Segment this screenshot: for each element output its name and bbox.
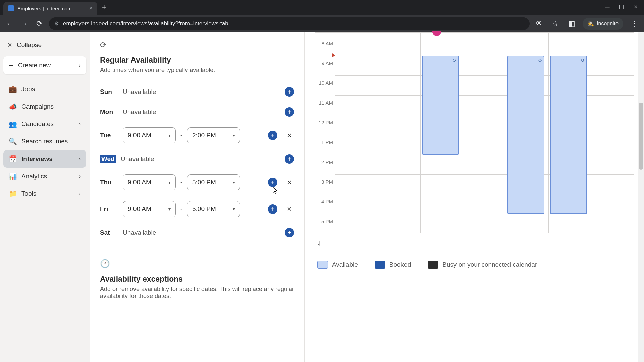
scroll-down-icon[interactable]: ↓ xyxy=(317,238,634,247)
sidebar-item-label: Tools xyxy=(21,190,36,197)
add-time-button[interactable]: + xyxy=(268,131,277,140)
add-time-button[interactable]: + xyxy=(285,87,294,97)
start-time-select[interactable]: 9:00 AM▾ xyxy=(123,201,176,217)
incognito-badge[interactable]: 🕵 Incognito xyxy=(583,18,623,30)
vertical-scrollbar[interactable] xyxy=(638,32,644,362)
day-row-thu: Thu9:00 AM▾-5:00 PM▾+× xyxy=(100,169,294,196)
end-time-value: 5:00 PM xyxy=(192,179,216,186)
calendar-day-column[interactable] xyxy=(591,33,634,233)
sidebar-item-jobs[interactable]: 💼 Jobs xyxy=(3,80,86,98)
forward-button[interactable]: → xyxy=(19,19,30,28)
calendar-day-column[interactable] xyxy=(463,33,505,233)
sidebar-item-candidates[interactable]: 👥 Candidates › xyxy=(3,115,86,133)
calendar-grid[interactable]: 8 AM9 AM10 AM11 AM12 PM1 PM2 PM3 PM4 PM5… xyxy=(315,32,634,233)
swatch-available xyxy=(317,261,328,269)
end-time-select[interactable]: 5:00 PM▾ xyxy=(187,201,240,217)
end-time-select[interactable]: 2:00 PM▾ xyxy=(187,127,240,143)
calendar-day-column[interactable] xyxy=(378,33,420,233)
day-label: Mon xyxy=(100,108,118,116)
sidebar-item-analytics[interactable]: 📊 Analytics › xyxy=(3,168,86,185)
day-row-mon: MonUnavailable+ xyxy=(100,102,294,122)
sidebar-item-tools[interactable]: 📁 Tools › xyxy=(3,185,86,202)
sidebar: × Collapse + Create new › 💼 Jobs 📣 Campa… xyxy=(0,32,90,362)
clock-icon: 🕐 xyxy=(100,259,294,268)
sync-icon: ⟳ xyxy=(538,58,542,63)
tab-title: Employers | Indeed.com xyxy=(17,6,86,11)
unavailable-label: Unavailable xyxy=(123,108,280,116)
side-panel-icon[interactable]: ◧ xyxy=(567,19,577,28)
calendar-day-column[interactable]: ⟳ xyxy=(420,33,463,233)
scrollbar-thumb[interactable] xyxy=(639,103,643,170)
sidebar-item-label: Candidates xyxy=(21,120,54,128)
legend-busy: Busy on your connected calendar xyxy=(428,261,537,269)
new-tab-button[interactable]: + xyxy=(102,3,106,12)
hour-label: 1 PM xyxy=(314,139,333,145)
hour-label: 8 AM xyxy=(314,41,333,46)
remove-time-button[interactable]: × xyxy=(285,178,294,187)
legend-available-label: Available xyxy=(332,261,358,268)
hour-label: 12 PM xyxy=(314,120,333,125)
start-time-select[interactable]: 9:00 AM▾ xyxy=(123,127,176,143)
minimize-icon[interactable]: ─ xyxy=(605,4,610,11)
start-time-value: 9:00 AM xyxy=(128,179,151,186)
add-time-button[interactable]: + xyxy=(268,204,277,214)
legend-busy-label: Busy on your connected calendar xyxy=(442,261,537,268)
site-settings-icon[interactable]: ⚙ xyxy=(54,20,59,27)
remove-time-button[interactable]: × xyxy=(285,204,294,214)
section-subtitle: Add times when you are typically availab… xyxy=(100,67,294,74)
address-bar[interactable]: ⚙ employers.indeed.com/interviews/availa… xyxy=(49,17,530,30)
browser-tab[interactable]: Employers | Indeed.com × xyxy=(3,2,97,15)
sidebar-item-search-resumes[interactable]: 🔍 Search resumes xyxy=(3,133,86,150)
day-label: Thu xyxy=(100,179,118,186)
browser-tab-strip: Employers | Indeed.com × + ─ ❐ × xyxy=(0,0,644,15)
time-dash: - xyxy=(180,179,182,186)
bookmark-star-icon[interactable]: ☆ xyxy=(550,19,560,28)
browser-menu-icon[interactable]: ⋮ xyxy=(629,19,639,28)
add-time-button[interactable]: + xyxy=(285,228,294,237)
day-row-sat: SatUnavailable+ xyxy=(100,223,294,243)
sidebar-item-campaigns[interactable]: 📣 Campaigns xyxy=(3,98,86,115)
remove-time-button[interactable]: × xyxy=(285,131,294,140)
chevron-right-icon: › xyxy=(79,191,81,197)
create-new-button[interactable]: + Create new › xyxy=(3,56,86,74)
sidebar-item-interviews[interactable]: 📅 Interviews › xyxy=(3,150,86,168)
exceptions-subtitle: Add or remove availability for specific … xyxy=(100,286,294,300)
calendar-day-column[interactable] xyxy=(335,33,378,233)
sidebar-item-label: Interviews xyxy=(21,155,53,163)
chevron-right-icon: › xyxy=(79,62,81,69)
window-controls: ─ ❐ × xyxy=(605,4,644,11)
availability-block[interactable]: ⟳ xyxy=(422,56,459,155)
refresh-icon[interactable]: ⟳ xyxy=(100,40,294,50)
add-time-button[interactable]: + xyxy=(285,154,294,164)
sidebar-item-label: Jobs xyxy=(21,85,35,93)
now-indicator xyxy=(332,53,335,57)
browser-toolbar: ← → ⟳ ⚙ employers.indeed.com/interviews/… xyxy=(0,15,644,32)
add-time-button[interactable]: + xyxy=(285,107,294,117)
collapse-button[interactable]: × Collapse xyxy=(3,37,86,53)
hour-label: 11 AM xyxy=(314,100,333,106)
availability-block[interactable]: ⟳ xyxy=(550,56,587,214)
chevron-down-icon: ▾ xyxy=(233,206,235,212)
close-tab-icon[interactable]: × xyxy=(89,5,93,12)
close-window-icon[interactable]: × xyxy=(634,4,637,11)
incognito-label: Incognito xyxy=(597,21,619,27)
calendar-day-column[interactable]: ⟳ xyxy=(548,33,591,233)
reload-button[interactable]: ⟳ xyxy=(34,19,44,28)
eye-off-icon[interactable]: 👁 xyxy=(534,19,544,28)
start-time-select[interactable]: 9:00 AM▾ xyxy=(123,174,176,190)
day-label: Wed xyxy=(100,155,116,163)
end-time-select[interactable]: 5:00 PM▾ xyxy=(187,174,240,190)
back-button[interactable]: ← xyxy=(5,19,15,28)
unavailable-label: Unavailable xyxy=(123,229,280,236)
day-label: Sat xyxy=(100,229,118,236)
sidebar-icon: 📊 xyxy=(9,172,16,180)
availability-block[interactable]: ⟳ xyxy=(507,56,544,214)
plus-icon: + xyxy=(9,61,13,70)
add-time-button[interactable]: + xyxy=(268,178,277,187)
maximize-icon[interactable]: ❐ xyxy=(619,4,624,11)
legend-booked-label: Booked xyxy=(389,261,411,268)
time-dash: - xyxy=(180,132,182,139)
sidebar-item-label: Search resumes xyxy=(21,138,68,145)
incognito-icon: 🕵 xyxy=(587,20,594,27)
calendar-day-column[interactable]: ⟳ xyxy=(506,33,548,233)
